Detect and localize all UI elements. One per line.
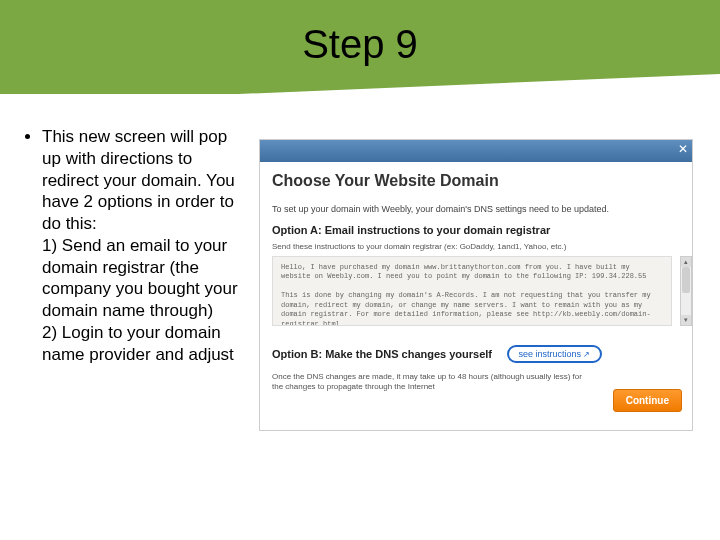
dns-footer-note: Once the DNS changes are made, it may ta… bbox=[272, 372, 592, 393]
email-instructions-box[interactable]: Hello, I have purchased my domain www.br… bbox=[272, 256, 672, 326]
see-instructions-link[interactable]: see instructions↗ bbox=[507, 345, 603, 363]
option-b-title: Option B: Make the DNS changes yourself bbox=[272, 348, 492, 360]
slide-title: Step 9 bbox=[0, 22, 720, 67]
option-a-title: Option A: Email instructions to your dom… bbox=[272, 224, 550, 236]
close-icon[interactable]: ✕ bbox=[678, 142, 688, 156]
modal-titlebar: ✕ bbox=[260, 140, 692, 162]
option-a-subtext: Send these instructions to your domain r… bbox=[272, 242, 566, 251]
external-link-icon: ↗ bbox=[583, 350, 590, 359]
slide-body: This new screen will pop up with directi… bbox=[28, 126, 238, 365]
bullet-text: This new screen will pop up with directi… bbox=[42, 126, 238, 365]
see-instructions-label: see instructions bbox=[519, 349, 582, 359]
modal-heading: Choose Your Website Domain bbox=[272, 172, 499, 190]
embedded-screenshot: ✕ Choose Your Website Domain To set up y… bbox=[260, 140, 692, 430]
modal-intro: To set up your domain with Weebly, your … bbox=[272, 204, 609, 214]
scroll-thumb[interactable] bbox=[682, 267, 690, 293]
scroll-down-icon[interactable]: ▾ bbox=[681, 315, 691, 325]
scroll-up-icon[interactable]: ▴ bbox=[681, 257, 691, 267]
email-scrollbar[interactable]: ▴ ▾ bbox=[680, 256, 692, 326]
continue-button[interactable]: Continue bbox=[613, 389, 682, 412]
